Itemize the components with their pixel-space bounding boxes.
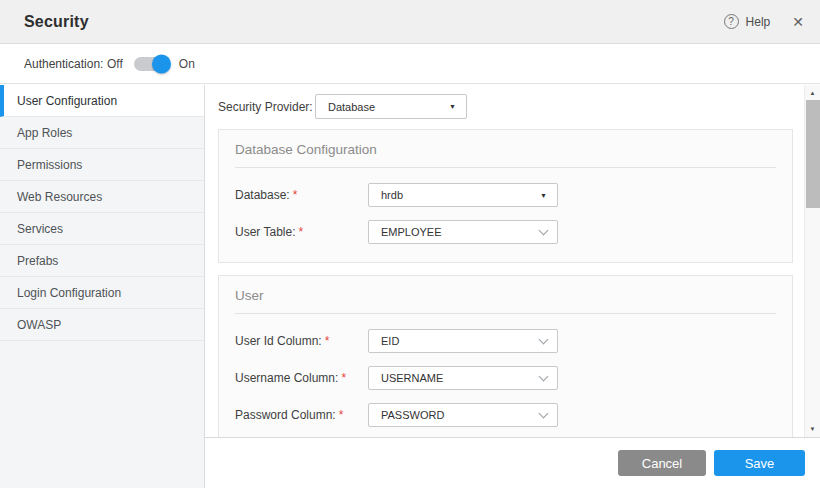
password-column-label: Password Column:* bbox=[235, 408, 368, 422]
toggle-off-label: Off bbox=[107, 57, 123, 71]
username-column-value: USERNAME bbox=[381, 372, 443, 384]
sidebar-item-permissions[interactable]: Permissions bbox=[0, 149, 204, 181]
authentication-label: Authentication: bbox=[24, 57, 107, 71]
scroll-down-icon[interactable]: ▼ bbox=[805, 422, 820, 436]
security-provider-value: Database bbox=[328, 101, 375, 113]
toggle-on-label: On bbox=[179, 57, 195, 71]
required-asterisk: * bbox=[325, 334, 330, 348]
security-provider-select[interactable]: Database ▼ bbox=[315, 94, 467, 119]
security-dialog: Security ? Help ✕ Authentication: Off On… bbox=[0, 0, 820, 488]
sidebar-item-owasp[interactable]: OWASP bbox=[0, 309, 204, 341]
password-column-field-row: Password Column:* PASSWORD bbox=[235, 403, 776, 427]
user-id-column-value: EID bbox=[381, 335, 399, 347]
sidebar-item-user-configuration[interactable]: User Configuration bbox=[0, 85, 204, 117]
user-id-column-label: User Id Column:* bbox=[235, 334, 368, 348]
dialog-header: Security ? Help ✕ bbox=[0, 0, 820, 44]
settings-sidebar: User Configuration App Roles Permissions… bbox=[0, 85, 205, 488]
page-title: Security bbox=[24, 13, 89, 31]
database-value: hrdb bbox=[381, 189, 403, 201]
authentication-row: Authentication: Off On bbox=[0, 45, 820, 84]
scrollbar-thumb[interactable] bbox=[806, 100, 820, 208]
chevron-down-icon bbox=[539, 334, 549, 344]
sidebar-item-app-roles[interactable]: App Roles bbox=[0, 117, 204, 149]
sidebar-item-services[interactable]: Services bbox=[0, 213, 204, 245]
database-field-row: Database:* hrdb ▼ bbox=[235, 183, 776, 207]
database-configuration-fields: Database:* hrdb ▼ User Table:* EMPLOYEE bbox=[219, 168, 792, 262]
required-asterisk: * bbox=[341, 371, 346, 385]
save-button[interactable]: Save bbox=[714, 450, 805, 476]
username-column-field-row: Username Column:* USERNAME bbox=[235, 366, 776, 390]
database-label: Database:* bbox=[235, 188, 368, 202]
chevron-down-icon bbox=[539, 371, 549, 381]
chevron-down-icon bbox=[539, 408, 549, 418]
user-table-field-row: User Table:* EMPLOYEE bbox=[235, 220, 776, 244]
security-provider-label: Security Provider: bbox=[218, 100, 315, 114]
sidebar-item-prefabs[interactable]: Prefabs bbox=[0, 245, 204, 277]
section-title-database-configuration: Database Configuration bbox=[235, 130, 776, 168]
chevron-down-icon bbox=[539, 225, 549, 235]
help-button[interactable]: ? Help bbox=[724, 14, 771, 29]
username-column-label: Username Column:* bbox=[235, 371, 368, 385]
user-table-select[interactable]: EMPLOYEE bbox=[368, 220, 558, 244]
database-configuration-card: Database Configuration Database:* hrdb ▼… bbox=[218, 129, 793, 263]
content-panel: Security Provider: Database ▼ Database C… bbox=[206, 85, 820, 437]
close-icon[interactable]: ✕ bbox=[792, 15, 804, 29]
cancel-button[interactable]: Cancel bbox=[618, 450, 706, 476]
password-column-value: PASSWORD bbox=[381, 409, 444, 421]
database-select[interactable]: hrdb ▼ bbox=[368, 183, 558, 207]
dropdown-triangle-icon: ▼ bbox=[441, 103, 456, 110]
required-asterisk: * bbox=[298, 225, 303, 239]
user-table-label: User Table:* bbox=[235, 225, 368, 239]
toggle-knob-icon bbox=[152, 55, 171, 74]
dialog-footer: Cancel Save bbox=[205, 437, 820, 488]
scrollbar[interactable]: ▲ ▼ bbox=[804, 85, 820, 437]
user-id-column-select[interactable]: EID bbox=[368, 329, 558, 353]
required-asterisk: * bbox=[339, 408, 344, 422]
help-label: Help bbox=[746, 15, 771, 29]
user-table-value: EMPLOYEE bbox=[381, 226, 442, 238]
required-asterisk: * bbox=[293, 188, 298, 202]
user-id-column-field-row: User Id Column:* EID bbox=[235, 329, 776, 353]
dropdown-triangle-icon: ▼ bbox=[532, 192, 547, 199]
username-column-select[interactable]: USERNAME bbox=[368, 366, 558, 390]
section-title-user: User bbox=[235, 276, 776, 314]
security-provider-row: Security Provider: Database ▼ bbox=[218, 94, 820, 119]
help-icon: ? bbox=[724, 14, 739, 29]
password-column-select[interactable]: PASSWORD bbox=[368, 403, 558, 427]
user-card: User User Id Column:* EID Username Colum… bbox=[218, 275, 793, 437]
sidebar-item-login-configuration[interactable]: Login Configuration bbox=[0, 277, 204, 309]
user-fields: User Id Column:* EID Username Column:* U… bbox=[219, 314, 792, 437]
header-actions: ? Help ✕ bbox=[724, 14, 804, 29]
authentication-toggle[interactable] bbox=[134, 57, 168, 71]
scroll-up-icon[interactable]: ▲ bbox=[805, 86, 820, 100]
sidebar-item-web-resources[interactable]: Web Resources bbox=[0, 181, 204, 213]
